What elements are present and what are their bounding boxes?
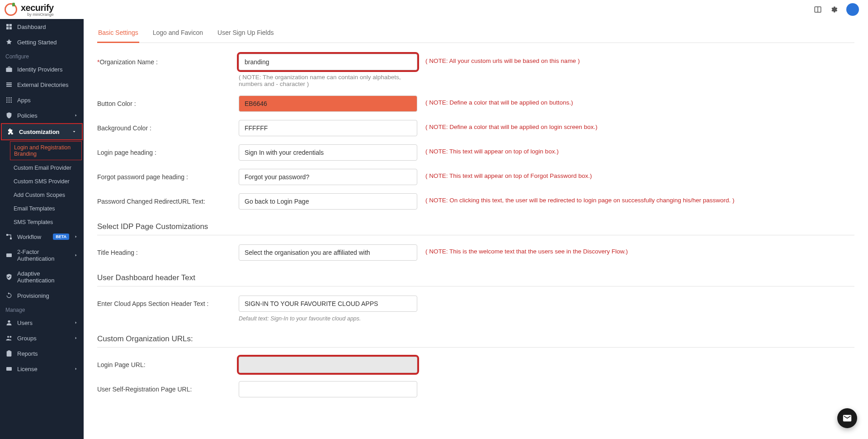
forgot-heading-input[interactable] [239,169,417,185]
sidebar-item-license[interactable]: License [0,361,84,377]
cloud-apps-input[interactable] [239,296,417,312]
sidebar-item-customization[interactable]: Customization [1,123,83,140]
svg-rect-4 [6,27,9,29]
title-heading-label: Title Heading : [97,244,231,256]
tab-logo-and-favicon[interactable]: Logo and Favicon [152,25,204,43]
sidebar-sub-item[interactable]: Add Custom Scopes [0,188,84,202]
sidebar-item-label: 2-Factor Authentication [17,248,69,262]
forgot-heading-note: ( NOTE: This text will appear on top of … [425,169,854,179]
rocket-icon [5,38,13,46]
svg-point-16 [9,101,10,103]
book-icon[interactable] [814,5,822,14]
app-header: xecurify by miniOrange [0,0,868,19]
divider [97,235,854,235]
puzzle-icon [7,128,14,135]
svg-point-21 [8,320,10,323]
sidebar-item-adaptive-authentication[interactable]: Adaptive Authentication [0,266,84,288]
title-heading-input[interactable] [239,244,417,261]
sidebar-sub-item[interactable]: Custom SMS Provider [0,175,84,188]
sidebar-item-policies[interactable]: Policies [0,108,84,123]
sidebar-item-workflow[interactable]: WorkflowBETA [0,229,84,244]
chevron-right-icon [74,234,78,239]
bg-color-input[interactable] [239,120,417,136]
svg-point-17 [10,101,12,103]
svg-rect-5 [9,27,12,29]
sidebar-item-users[interactable]: Users [0,315,84,330]
sidebar-sub-item[interactable]: Login and Registration Branding [10,141,82,160]
sidebar-item-label: Identity Providers [17,66,78,73]
tab-basic-settings[interactable]: Basic Settings [97,25,139,43]
user-icon [5,319,13,326]
button-color-input[interactable] [239,95,417,112]
chat-fab[interactable] [837,408,857,428]
shield-gear-icon [5,112,13,119]
settings-tabs: Basic SettingsLogo and FaviconUser Sign … [97,25,854,43]
users-icon [5,334,13,342]
svg-rect-2 [6,24,9,26]
pwd-redirect-note: ( NOTE: On clicking this text, the user … [425,193,854,204]
svg-rect-24 [6,367,12,371]
clipboard-icon [5,350,13,357]
sidebar-item-apps[interactable]: Apps [0,92,84,108]
sidebar-item-getting-started[interactable]: Getting Started [0,34,84,50]
sidebar-item-provisioning[interactable]: Provisioning [0,288,84,303]
svg-rect-8 [6,86,12,87]
svg-point-14 [10,100,12,101]
sidebar-sub-item[interactable]: Email Templates [0,202,84,215]
divider [97,286,854,286]
bg-color-note: ( NOTE: Define a color that will be appl… [425,120,854,130]
sidebar-sub-item[interactable]: SMS Templates [0,215,84,229]
login-url-input[interactable] [239,357,417,373]
grid-icon [5,96,13,104]
svg-point-22 [7,336,9,338]
avatar[interactable] [846,3,859,16]
sidebar-sub-item[interactable]: Custom Email Provider [0,161,84,175]
svg-rect-7 [6,84,12,85]
svg-point-9 [6,97,8,99]
sidebar-item-external-directories[interactable]: External Directories [0,77,84,92]
section-dashboard-title: User Dashboard header Text [97,273,854,282]
sidebar-item-dashboard[interactable]: Dashboard [0,19,84,34]
login-heading-input[interactable] [239,144,417,161]
svg-rect-3 [9,24,12,26]
button-color-label: Button Color : [97,95,231,107]
sidebar-item-label: External Directories [17,81,78,88]
login-heading-label: Login page heading : [97,144,231,156]
section-idp-title: Select IDP Page Customizations [97,222,854,231]
sidebar-item-label: Adaptive Authentication [17,270,78,284]
sidebar-item-label: Groups [17,335,69,342]
gear-icon[interactable] [830,5,838,14]
chevron-down-icon [72,129,76,134]
beta-badge: BETA [53,234,69,240]
svg-rect-6 [6,82,12,83]
chevron-right-icon [74,113,78,118]
pwd-redirect-input[interactable] [239,193,417,210]
brand-name: xecurify [21,3,54,13]
chevron-right-icon [74,320,78,325]
sidebar-item-label: License [17,366,69,372]
sidebar-item-label: Apps [17,97,78,104]
brand-logo[interactable]: xecurify by miniOrange [5,3,54,17]
sidebar-section-label: Configure [0,50,84,62]
sidebar-item-label: Reports [17,350,78,357]
sidebar-item-groups[interactable]: Groups [0,330,84,346]
tab-user-sign-up-fields[interactable]: User Sign Up Fields [217,25,275,43]
chevron-right-icon [74,367,78,371]
logo-icon [5,3,17,16]
svg-point-12 [6,100,8,101]
main-content: Basic SettingsLogo and FaviconUser Sign … [84,19,868,439]
bg-color-label: Background Color : [97,120,231,132]
login-heading-note: ( NOTE: This text will appear on top of … [425,144,854,155]
sidebar-item-2-factor-authentication[interactable]: 2-Factor Authentication [0,244,84,266]
sidebar-item-identity-providers[interactable]: Identity Providers [0,62,84,77]
login-url-label: Login Page URL: [97,357,231,368]
self-reg-url-input[interactable] [239,381,417,397]
sidebar-item-reports[interactable]: Reports [0,346,84,361]
svg-point-11 [10,97,12,99]
card-icon [5,365,13,372]
org-name-input[interactable] [239,54,417,70]
sidebar: DashboardGetting StartedConfigureIdentit… [0,19,84,439]
sidebar-item-label: Provisioning [17,292,78,299]
chevron-right-icon [74,253,78,258]
svg-point-23 [9,336,11,338]
